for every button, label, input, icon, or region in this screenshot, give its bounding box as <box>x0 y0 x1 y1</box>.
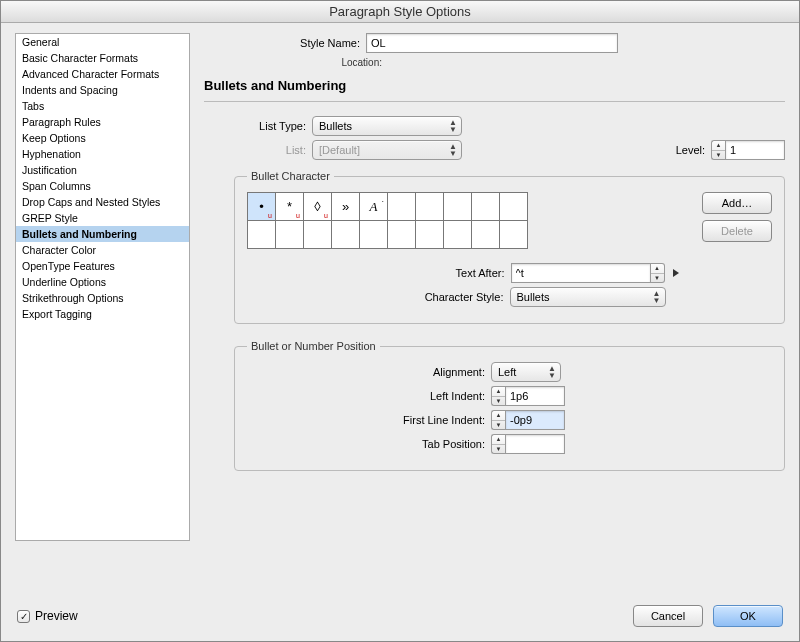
level-stepper[interactable]: ▲▼ <box>711 140 785 160</box>
alignment-select[interactable]: Left ▲▼ <box>491 362 561 382</box>
stepper-buttons[interactable]: ▲▼ <box>491 434 505 454</box>
cancel-button[interactable]: Cancel <box>633 605 703 627</box>
step-up-icon[interactable]: ▲ <box>712 141 725 151</box>
add-button[interactable]: Add… <box>702 192 772 214</box>
ok-button[interactable]: OK <box>713 605 783 627</box>
stepper-buttons[interactable]: ▲▼ <box>491 386 505 406</box>
updown-icon: ▲▼ <box>449 143 457 157</box>
bullet-char-cell[interactable] <box>416 221 444 249</box>
step-down-icon[interactable]: ▼ <box>492 397 505 406</box>
style-name-input[interactable] <box>366 33 618 53</box>
sidebar-item[interactable]: Advanced Character Formats <box>16 66 189 82</box>
updown-icon: ▲▼ <box>653 290 661 304</box>
position-legend: Bullet or Number Position <box>247 340 380 352</box>
u-marker: u <box>268 212 272 219</box>
bullet-char-cell[interactable] <box>276 221 304 249</box>
step-down-icon[interactable]: ▼ <box>492 445 505 454</box>
updown-icon: ▲▼ <box>449 119 457 133</box>
sidebar-item[interactable]: Export Tagging <box>16 306 189 322</box>
step-down-icon[interactable]: ▼ <box>651 274 664 283</box>
sidebar-item[interactable]: Drop Caps and Nested Styles <box>16 194 189 210</box>
bullet-char-cell[interactable] <box>248 221 276 249</box>
list-select: [Default] ▲▼ <box>312 140 462 160</box>
left-indent-label: Left Indent: <box>247 390 491 402</box>
bullet-char-legend: Bullet Character <box>247 170 334 182</box>
sidebar-item[interactable]: OpenType Features <box>16 258 189 274</box>
bullet-char-cell[interactable]: A. <box>360 193 388 221</box>
bullet-char-cell[interactable] <box>444 221 472 249</box>
step-down-icon[interactable]: ▼ <box>492 421 505 430</box>
list-type-select[interactable]: Bullets ▲▼ <box>312 116 462 136</box>
sidebar-item[interactable]: Hyphenation <box>16 146 189 162</box>
position-group: Bullet or Number Position Alignment: Lef… <box>234 340 785 471</box>
text-after-input[interactable] <box>511 263 651 283</box>
sidebar-item[interactable]: Character Color <box>16 242 189 258</box>
first-line-label: First Line Indent: <box>247 414 491 426</box>
list-type-label: List Type: <box>234 120 312 132</box>
bullet-char-cell[interactable] <box>416 193 444 221</box>
window-title: Paragraph Style Options <box>1 1 799 23</box>
style-name-label: Style Name: <box>204 37 366 49</box>
bullet-char-cell[interactable] <box>500 193 528 221</box>
dialog-window: Paragraph Style Options GeneralBasic Cha… <box>0 0 800 642</box>
sidebar-item[interactable]: Underline Options <box>16 274 189 290</box>
bullet-char-cell[interactable] <box>332 221 360 249</box>
bullet-char-cell[interactable]: •u <box>248 193 276 221</box>
alignment-label: Alignment: <box>247 366 491 378</box>
bullet-char-cell[interactable] <box>444 193 472 221</box>
sidebar-item[interactable]: Justification <box>16 162 189 178</box>
sidebar-item[interactable]: Basic Character Formats <box>16 50 189 66</box>
step-up-icon[interactable]: ▲ <box>492 387 505 397</box>
first-line-stepper[interactable]: ▲▼ <box>491 410 565 430</box>
char-style-label: Character Style: <box>340 291 510 303</box>
delete-button: Delete <box>702 220 772 242</box>
sidebar-item[interactable]: GREP Style <box>16 210 189 226</box>
u-marker: u <box>324 212 328 219</box>
tab-pos-input[interactable] <box>505 434 565 454</box>
divider <box>204 101 785 102</box>
check-icon: ✓ <box>17 610 30 623</box>
sidebar-item[interactable]: General <box>16 34 189 50</box>
flyout-icon[interactable] <box>673 269 679 277</box>
sidebar-item[interactable]: Bullets and Numbering <box>16 226 189 242</box>
stepper-buttons[interactable]: ▲▼ <box>711 140 725 160</box>
stepper-buttons[interactable]: ▲▼ <box>651 263 665 283</box>
sidebar-item[interactable]: Keep Options <box>16 130 189 146</box>
bullet-char-cell[interactable] <box>304 221 332 249</box>
bullet-char-cell[interactable] <box>472 193 500 221</box>
stepper-buttons[interactable]: ▲▼ <box>491 410 505 430</box>
bullet-char-cell[interactable] <box>360 221 388 249</box>
bullet-char-cell[interactable]: » <box>332 193 360 221</box>
bullet-char-cell[interactable] <box>388 221 416 249</box>
level-label: Level: <box>661 144 711 156</box>
first-line-input[interactable] <box>505 410 565 430</box>
step-up-icon[interactable]: ▲ <box>651 264 664 274</box>
bullet-char-cell[interactable] <box>472 221 500 249</box>
bullet-char-grid[interactable]: •u*u◊u»A. <box>247 192 528 249</box>
step-up-icon[interactable]: ▲ <box>492 411 505 421</box>
sidebar-item[interactable]: Paragraph Rules <box>16 114 189 130</box>
tab-pos-label: Tab Position: <box>247 438 491 450</box>
bullet-char-cell[interactable] <box>388 193 416 221</box>
left-indent-stepper[interactable]: ▲▼ <box>491 386 565 406</box>
step-down-icon[interactable]: ▼ <box>712 151 725 160</box>
sidebar-item[interactable]: Strikethrough Options <box>16 290 189 306</box>
level-input[interactable] <box>725 140 785 160</box>
left-indent-input[interactable] <box>505 386 565 406</box>
main-panel: Style Name: Location: Bullets and Number… <box>204 33 785 597</box>
sidebar-item[interactable]: Span Columns <box>16 178 189 194</box>
list-label: List: <box>234 144 312 156</box>
step-up-icon[interactable]: ▲ <box>492 435 505 445</box>
char-style-select[interactable]: Bullets ▲▼ <box>510 287 666 307</box>
bullet-char-cell[interactable]: *u <box>276 193 304 221</box>
sidebar-item[interactable]: Indents and Spacing <box>16 82 189 98</box>
updown-icon: ▲▼ <box>548 365 556 379</box>
list-value: [Default] <box>319 144 360 156</box>
bullet-char-cell[interactable]: ◊u <box>304 193 332 221</box>
tab-pos-stepper[interactable]: ▲▼ <box>491 434 565 454</box>
bullet-char-cell[interactable] <box>500 221 528 249</box>
sidebar-item[interactable]: Tabs <box>16 98 189 114</box>
u-marker: u <box>296 212 300 219</box>
text-after-label: Text After: <box>341 267 511 279</box>
preview-checkbox[interactable]: ✓ Preview <box>17 609 78 623</box>
